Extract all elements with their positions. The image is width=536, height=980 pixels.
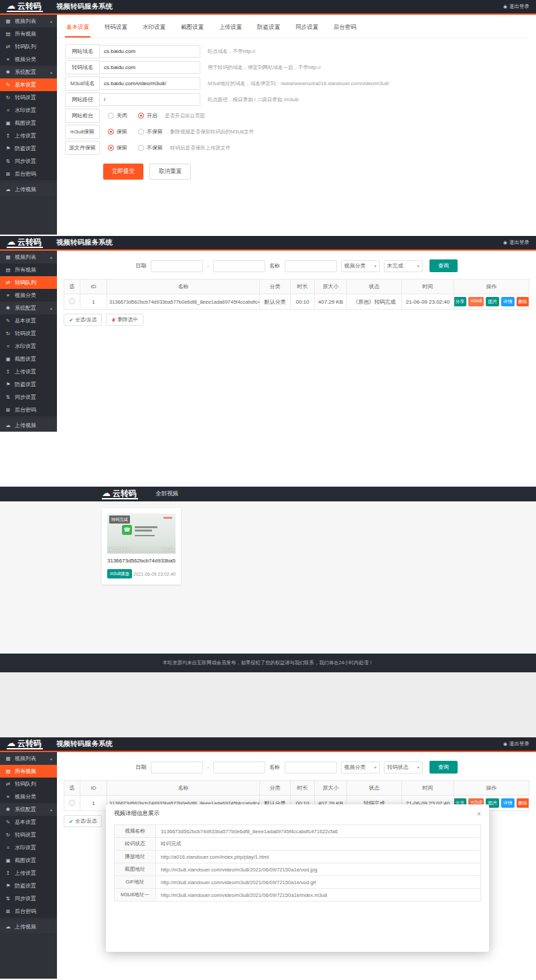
tab-基本设置[interactable]: 基本设置 xyxy=(65,23,90,38)
select-all-button[interactable]: ✔全选/反选 xyxy=(64,314,102,326)
detail-action[interactable]: 详情 xyxy=(501,798,515,808)
tab-上传设置[interactable]: 上传设置 xyxy=(218,23,243,38)
image-action[interactable]: 图片 xyxy=(486,297,499,306)
share-action[interactable]: 分享 xyxy=(454,297,467,306)
submit-button[interactable]: 立即提交 xyxy=(103,164,143,180)
field-input-网站路径[interactable] xyxy=(100,93,200,106)
sidebar-item-video-list[interactable]: ▦视频列表▴ xyxy=(0,15,57,27)
tab-同步设置[interactable]: 同步设置 xyxy=(294,23,320,38)
sidebar-item-hotlink-settings[interactable]: ⚑防盗设置 xyxy=(0,142,57,155)
admin-logo[interactable]: ☁云转码 xyxy=(7,237,43,248)
sidebar-item-screenshot-settings[interactable]: ▣截图设置 xyxy=(0,854,57,867)
logout-button[interactable]: ◉退出登录 xyxy=(503,3,529,10)
tab-水印设置[interactable]: 水印设置 xyxy=(141,23,167,38)
sidebar-item-upload-video[interactable]: ☁上传视频 xyxy=(0,419,57,432)
sidebar-item-watermark-settings[interactable]: ≈水印设置 xyxy=(0,841,57,854)
sidebar-item-video-category[interactable]: ≡视频分类 xyxy=(0,790,57,803)
sidebar-item-screenshot-settings[interactable]: ▣截图设置 xyxy=(0,353,57,365)
admin-logo[interactable]: ☁云转码 xyxy=(7,1,43,12)
logout-button[interactable]: ◉退出登录 xyxy=(503,741,529,747)
sidebar-item-upload-video[interactable]: ☁上传视频 xyxy=(0,183,57,196)
sidebar-item-upload-video[interactable]: ☁上传视频 xyxy=(0,920,57,933)
detail-action[interactable]: 详情 xyxy=(501,297,515,306)
sidebar-item-admin-password[interactable]: ⊠后台密码 xyxy=(0,168,57,180)
category-select[interactable]: 视频分类▾ xyxy=(341,260,380,272)
sidebar-item-watermark-settings[interactable]: ≈水印设置 xyxy=(0,340,57,353)
date-to-input[interactable] xyxy=(213,260,265,272)
search-button[interactable]: 查询 xyxy=(429,761,458,774)
sidebar-item-watermark-settings[interactable]: ≈水印设置 xyxy=(0,104,57,117)
sidebar-item-hotlink-settings[interactable]: ⚑防盗设置 xyxy=(0,879,57,892)
sidebar-item-transcode-queue[interactable]: ⇄转码队列 xyxy=(0,40,57,53)
sidebar-item-video-list[interactable]: ▦视频列表▴ xyxy=(0,251,57,263)
sidebar-item-all-videos[interactable]: ▤所有视频 xyxy=(0,765,57,778)
sidebar-item-upload-settings[interactable]: ↥上传设置 xyxy=(0,365,57,378)
field-input-转码域名[interactable] xyxy=(100,61,200,74)
sidebar-item-transcode-queue[interactable]: ⇄转码队列 xyxy=(0,778,57,790)
sidebar-item-all-videos[interactable]: ▤所有视频 xyxy=(0,27,57,40)
sidebar-item-upload-settings[interactable]: ↥上传设置 xyxy=(0,129,57,142)
row-checkbox[interactable] xyxy=(69,298,75,304)
category-select[interactable]: 视频分类▾ xyxy=(341,761,380,774)
sidebar-item-transcode-settings[interactable]: ↻转码设置 xyxy=(0,829,57,841)
sidebar-item-admin-password[interactable]: ⊠后台密码 xyxy=(0,905,57,918)
status-select[interactable]: 未完成▾ xyxy=(384,260,423,272)
radio-option-保留[interactable]: 保留 xyxy=(108,128,127,135)
date-to-input[interactable] xyxy=(213,761,265,774)
name-search-input[interactable] xyxy=(285,761,337,774)
delete-action[interactable]: 删除 xyxy=(517,297,529,306)
sidebar-item-basic-settings[interactable]: ✎基本设置 xyxy=(0,816,57,829)
section-front-site: ☁ 云转码 全部视频 转码完成 ☎ xyxy=(0,481,536,737)
upload-settings-icon: ↥ xyxy=(5,133,11,139)
sidebar-item-hotlink-settings[interactable]: ⚑防盗设置 xyxy=(0,378,57,391)
nav-all-videos[interactable]: 全部视频 xyxy=(155,490,178,498)
sidebar-item-admin-password[interactable]: ⊠后台密码 xyxy=(0,404,57,416)
tab-截图设置[interactable]: 截图设置 xyxy=(180,23,205,38)
sidebar-item-screenshot-settings[interactable]: ▣截图设置 xyxy=(0,117,57,129)
delete-action[interactable]: 删除 xyxy=(517,798,529,808)
radio-option-不保留[interactable]: 不保留 xyxy=(138,128,163,135)
date-from-input[interactable] xyxy=(151,761,203,774)
select-all-button[interactable]: ✔全选/反选 xyxy=(64,815,102,827)
sidebar-item-system-config[interactable]: ✱系统配置▴ xyxy=(0,302,57,314)
radio-option-开启[interactable]: 开启 xyxy=(138,112,157,119)
tab-转码设置[interactable]: 转码设置 xyxy=(103,23,129,38)
sidebar-item-video-category[interactable]: ≡视频分类 xyxy=(0,289,57,302)
sidebar-item-transcode-settings[interactable]: ↻转码设置 xyxy=(0,327,57,340)
radio-option-关闭[interactable]: 关闭 xyxy=(108,112,127,119)
admin-logo[interactable]: ☁云转码 xyxy=(7,739,43,749)
tab-防盗设置[interactable]: 防盗设置 xyxy=(256,23,281,38)
sidebar-item-system-config[interactable]: ✱系统配置▴ xyxy=(0,66,57,78)
field-input-网站域名[interactable] xyxy=(100,45,200,58)
radio-option-不保留[interactable]: 不保留 xyxy=(138,144,163,151)
front-logo[interactable]: ☁ 云转码 xyxy=(102,489,138,499)
video-thumbnail[interactable]: 转码完成 ☎ 407.29 KB 00:10 xyxy=(107,513,176,554)
sidebar-item-transcode-settings[interactable]: ↻转码设置 xyxy=(0,91,57,104)
sidebar-item-video-list[interactable]: ▦视频列表▴ xyxy=(0,752,57,765)
sidebar-item-transcode-queue[interactable]: ⇄转码队列 xyxy=(0,276,57,289)
row-checkbox[interactable] xyxy=(69,800,75,806)
sidebar-item-basic-settings[interactable]: ✎基本设置 xyxy=(0,78,57,91)
status-select[interactable]: 转码状态▾ xyxy=(384,761,423,774)
logout-button[interactable]: ◉退出登录 xyxy=(503,239,529,246)
field-input-M3u8域名[interactable] xyxy=(100,77,200,90)
sidebar-item-sync-settings[interactable]: ⇅同步设置 xyxy=(0,892,57,905)
reset-button[interactable]: 取消重置 xyxy=(149,164,191,180)
sidebar-item-basic-settings[interactable]: ✎基本设置 xyxy=(0,314,57,327)
sidebar-item-sync-settings[interactable]: ⇅同步设置 xyxy=(0,391,57,404)
name-search-input[interactable] xyxy=(285,260,337,272)
sidebar-item-video-category[interactable]: ≡视频分类 xyxy=(0,53,57,66)
video-card[interactable]: 转码完成 ☎ 407.29 KB 00:10 3136673d562bcb74d… xyxy=(102,508,181,585)
m3u8-action[interactable]: m3u8 xyxy=(468,297,484,306)
delete-selected-button[interactable]: ✘删除选中 xyxy=(106,314,143,326)
tab-后台密码[interactable]: 后台密码 xyxy=(332,23,358,38)
sidebar-item-all-videos[interactable]: ▤所有视频 xyxy=(0,263,57,276)
radio-option-保留[interactable]: 保留 xyxy=(108,144,127,151)
search-button[interactable]: 查询 xyxy=(429,259,458,272)
sidebar-item-sync-settings[interactable]: ⇅同步设置 xyxy=(0,155,57,168)
sidebar-item-system-config[interactable]: ✱系统配置▴ xyxy=(0,803,57,816)
date-from-input[interactable] xyxy=(151,260,203,272)
sidebar-item-upload-settings[interactable]: ↥上传设置 xyxy=(0,867,57,879)
close-icon[interactable]: × xyxy=(477,810,481,818)
m3u8-play-button[interactable]: m3u8播放 xyxy=(107,569,132,578)
